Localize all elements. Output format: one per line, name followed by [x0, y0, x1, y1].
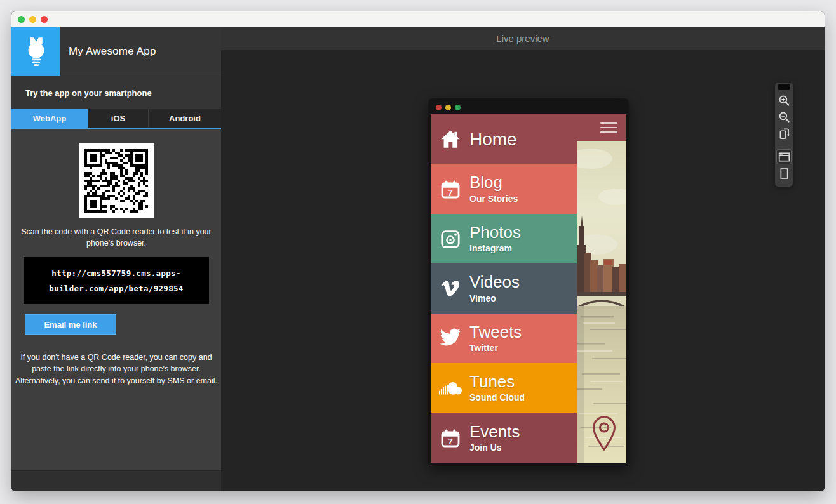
app-url-line2: builder.com/app/beta/929854 [49, 284, 183, 293]
menu-item-subtitle: Join Us [469, 442, 520, 453]
tab-webapp[interactable]: WebApp [11, 109, 88, 128]
traffic-light-red-icon[interactable] [41, 16, 48, 23]
app-url-line1: http://cms557759.cms.apps- [51, 269, 180, 278]
svg-text:7: 7 [448, 436, 453, 446]
svg-text:7: 7 [448, 187, 453, 197]
qr-code [79, 143, 154, 218]
calendar-icon: 7 [438, 428, 462, 448]
instagram-icon [438, 229, 462, 249]
menu-item-home[interactable]: Home [431, 114, 577, 164]
tab-android[interactable]: Android [148, 109, 221, 128]
preview-toolbar [775, 83, 793, 187]
zoom-in-icon[interactable] [777, 93, 791, 107]
rotate-device-icon[interactable] [777, 126, 791, 140]
app-url-box: http://cms557759.cms.apps- builder.com/a… [24, 257, 209, 304]
hamburger-menu-icon[interactable] [600, 122, 617, 136]
platform-tabs: WebAppiOSAndroid [11, 109, 221, 128]
menu-item-title: Blog [469, 174, 518, 191]
map-pin-icon[interactable] [591, 414, 617, 454]
menu-item-title: Events [469, 423, 520, 441]
scan-instructions: Scan the code with a QR Code reader to t… [20, 226, 212, 249]
vimeo-icon [438, 279, 462, 298]
try-app-text: Try the app on your smartphone [11, 76, 221, 109]
app-logo-icon [11, 27, 60, 76]
menu-item-subtitle: Sound Cloud [469, 392, 525, 402]
tab-ios[interactable]: iOS [88, 109, 148, 128]
menu-item-title: Videos [469, 274, 520, 291]
phone-screen: Home7BlogOur StoriesPhotosInstagramVideo… [431, 114, 626, 463]
menu-item-title: Home [469, 130, 517, 149]
menu-item-videos[interactable]: VideosVimeo [431, 263, 577, 313]
traffic-light-green-icon[interactable] [18, 16, 25, 23]
live-preview-pane: Live preview [221, 27, 825, 491]
phone-dot-green-icon [455, 105, 461, 110]
menu-item-tunes[interactable]: TunesSound Cloud [431, 363, 577, 413]
menu-item-subtitle: Instagram [469, 243, 521, 253]
landscape-view-icon[interactable] [777, 150, 791, 164]
toolbar-divider [778, 145, 790, 145]
menu-item-subtitle: Our Stories [469, 194, 518, 204]
toolbar-drag-handle[interactable] [778, 84, 790, 90]
home-icon [438, 129, 462, 149]
live-preview-title: Live preview [221, 27, 825, 50]
sidebar-header: My Awesome App [11, 27, 221, 76]
menu-item-photos[interactable]: PhotosInstagram [431, 214, 577, 263]
menu-item-subtitle: Twitter [469, 343, 522, 353]
menu-item-title: Tweets [469, 324, 522, 341]
twitter-icon [438, 328, 462, 348]
menu-item-subtitle: Vimeo [469, 293, 520, 303]
zoom-out-icon[interactable] [777, 110, 791, 124]
sidebar-footer [11, 470, 221, 491]
qr-help-text: If you don't have a QR Code reader, you … [15, 352, 218, 386]
phone-mockup: Home7BlogOur StoriesPhotosInstagramVideo… [428, 98, 629, 465]
email-me-link-button[interactable]: Email me link [25, 314, 116, 335]
soundcloud-icon [438, 379, 462, 397]
calendar-icon: 7 [438, 179, 462, 199]
preview-background-image [577, 114, 626, 463]
phone-titlebar [431, 100, 626, 114]
phone-dot-red-icon [436, 105, 442, 110]
phone-dot-yellow-icon [445, 105, 451, 110]
sidebar: My Awesome App Try the app on your smart… [11, 27, 221, 491]
traffic-light-yellow-icon[interactable] [29, 16, 36, 23]
menu-item-events[interactable]: 7EventsJoin Us [431, 413, 577, 463]
menu-item-title: Photos [469, 224, 521, 241]
menu-item-tweets[interactable]: TweetsTwitter [431, 314, 577, 363]
sidebar-body: Scan the code with a QR Code reader to t… [11, 129, 221, 470]
window-titlebar [11, 11, 825, 27]
app-title: My Awesome App [60, 45, 156, 58]
app-window: My Awesome App Try the app on your smart… [11, 11, 825, 491]
portrait-view-icon[interactable] [777, 166, 791, 180]
menu-item-title: Tunes [469, 373, 525, 390]
menu-item-blog[interactable]: 7BlogOur Stories [431, 164, 577, 213]
phone-menu: Home7BlogOur StoriesPhotosInstagramVideo… [431, 114, 577, 463]
